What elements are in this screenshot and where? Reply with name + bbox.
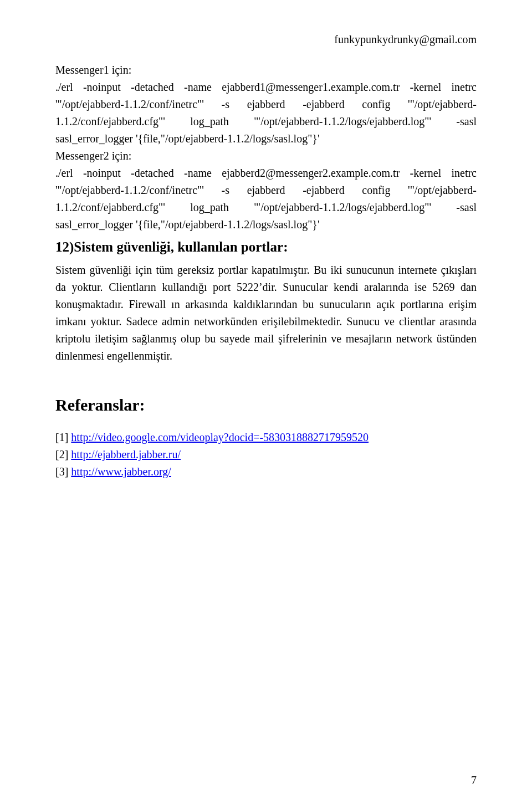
ref-3: [3] http://www.jabber.org/ [55,463,477,480]
ref-2-link[interactable]: http://ejabberd.jabber.ru/ [71,448,181,460]
cmd1: ./erl -noinput -detached -name ejabberd1… [55,79,477,147]
ref-3-prefix: [3] [55,465,71,478]
page-number: 7 [471,774,477,787]
msg2-label: Messenger2 için: [55,147,477,165]
cmd2: ./erl -noinput -detached -name ejabberd2… [55,165,477,233]
references-title: Referanslar: [55,392,477,418]
ref-1: [1] http://video.google.com/videoplay?do… [55,429,477,446]
section-12-title: 12)Sistem güvenliği, kullanılan portlar: [55,237,477,258]
body-text: Messenger1 için: ./erl -noinput -detache… [55,62,477,480]
ref-2: [2] http://ejabberd.jabber.ru/ [55,446,477,463]
ref-1-prefix: [1] [55,431,71,443]
header-email: funkypunkydrunky@gmail.com [55,33,477,46]
page: funkypunkydrunky@gmail.com Messenger1 iç… [0,0,532,809]
ref-2-prefix: [2] [55,448,71,460]
msg1-label: Messenger1 için: [55,62,477,79]
ref-1-link[interactable]: http://video.google.com/videoplay?docid=… [71,431,369,443]
section-12-body: Sistem güvenliği için tüm gereksiz portl… [55,262,477,365]
ref-3-link[interactable]: http://www.jabber.org/ [71,465,171,478]
